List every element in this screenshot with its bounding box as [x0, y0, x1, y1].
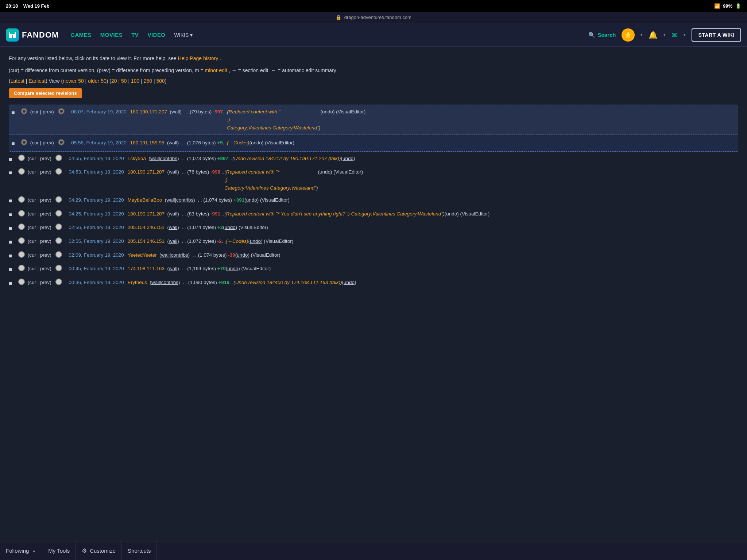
- radio-button-2[interactable]: [55, 279, 62, 285]
- radio-button[interactable]: [18, 223, 25, 230]
- mail-icon[interactable]: ✉: [671, 31, 678, 39]
- user-link[interactable]: MaybeBellaBoo: [128, 197, 162, 203]
- prev-link[interactable]: prev: [40, 211, 50, 217]
- radio-button-2[interactable]: [58, 108, 65, 114]
- undo-link[interactable]: undo: [251, 139, 262, 147]
- wall-link[interactable]: wall: [171, 108, 180, 116]
- ve-link[interactable]: VisualEditor: [338, 109, 364, 114]
- cur-link[interactable]: cur: [29, 266, 36, 271]
- cur-link[interactable]: cur: [29, 169, 36, 175]
- user-link[interactable]: 205.154.246.151: [128, 238, 165, 244]
- user-link[interactable]: 180.190.171.207: [128, 169, 165, 175]
- cur-link[interactable]: cur: [29, 280, 36, 285]
- radio-button[interactable]: [18, 251, 25, 258]
- wall-link[interactable]: wall: [169, 223, 177, 232]
- user-link[interactable]: 180.190.171.207: [128, 211, 165, 217]
- timestamp-link[interactable]: 02:09, February 19, 2020: [69, 252, 124, 258]
- prev-link[interactable]: prev: [43, 140, 52, 145]
- radio-button-2[interactable]: [55, 237, 62, 244]
- radio-button-2[interactable]: [55, 265, 62, 271]
- prev-link[interactable]: prev: [40, 280, 50, 285]
- ve-link[interactable]: VisualEditor: [335, 169, 361, 175]
- user-link[interactable]: 174.108.111.163: [128, 266, 165, 271]
- view500-link[interactable]: 500: [156, 78, 165, 84]
- radio-button[interactable]: [18, 155, 25, 161]
- fandom-logo[interactable]: FANDOM: [6, 28, 59, 42]
- timestamp-link[interactable]: 04:53, February 19, 2020: [69, 169, 124, 175]
- nav-tv[interactable]: TV: [131, 32, 139, 38]
- user-link[interactable]: 180.191.159.95: [130, 140, 165, 145]
- radio-button-2[interactable]: [55, 251, 62, 258]
- user-link[interactable]: 180.190.171.207: [130, 109, 167, 114]
- timestamp-link[interactable]: 02:55, February 19, 2020: [69, 238, 124, 244]
- prev-link[interactable]: prev: [40, 266, 50, 271]
- wall-link[interactable]: wall: [151, 279, 160, 287]
- cur-link[interactable]: cur: [32, 109, 39, 114]
- prev-link[interactable]: prev: [40, 238, 50, 244]
- radio-button-2[interactable]: [55, 168, 62, 175]
- cur-link[interactable]: cur: [29, 238, 36, 244]
- radio-button[interactable]: [18, 279, 25, 285]
- nav-games[interactable]: GAMES: [70, 32, 92, 38]
- user-link[interactable]: Lcky5oa: [128, 156, 146, 161]
- prev-link[interactable]: prev: [40, 252, 50, 258]
- cur-link[interactable]: cur: [32, 140, 39, 145]
- earliest-link[interactable]: Earliest: [28, 78, 46, 84]
- contribs-link[interactable]: contribs: [160, 155, 177, 163]
- prev-link[interactable]: prev: [43, 109, 52, 114]
- view50-link[interactable]: 50: [121, 78, 127, 84]
- ve-link[interactable]: VisualEditor: [462, 211, 488, 217]
- radio-button-2[interactable]: [58, 139, 65, 145]
- undo-link[interactable]: undo: [344, 279, 355, 287]
- view20-link[interactable]: 20: [111, 78, 117, 84]
- timestamp-link[interactable]: 04:25, February 19, 2020: [69, 211, 124, 217]
- undo-link[interactable]: undo: [246, 196, 257, 204]
- url-bar[interactable]: 🔒 dragon-adventures.fandom.com: [0, 12, 747, 23]
- wall-link[interactable]: wall: [150, 155, 159, 163]
- wall-link[interactable]: wall: [169, 210, 177, 218]
- radio-button-2[interactable]: [55, 155, 62, 161]
- ve-link[interactable]: VisualEditor: [267, 140, 293, 145]
- prev-link[interactable]: prev: [40, 169, 50, 175]
- undo-link[interactable]: undo: [320, 168, 330, 176]
- nav-movies[interactable]: MOVIES: [100, 32, 123, 38]
- radio-button[interactable]: [18, 265, 25, 271]
- undo-link[interactable]: undo: [237, 251, 248, 259]
- wall-link[interactable]: wall: [169, 139, 177, 147]
- undo-link[interactable]: undo: [342, 155, 353, 163]
- wall-link[interactable]: wall: [161, 251, 170, 259]
- radio-button[interactable]: [18, 237, 25, 244]
- timestamp-link[interactable]: 00:36, February 19, 2020: [69, 280, 124, 285]
- undo-link[interactable]: undo: [225, 223, 236, 232]
- radio-button-2[interactable]: [55, 210, 62, 217]
- cur-link[interactable]: cur: [29, 197, 36, 203]
- prev-link[interactable]: prev: [40, 156, 50, 161]
- radio-button-2[interactable]: [55, 223, 62, 230]
- ve-link[interactable]: VisualEditor: [252, 252, 279, 258]
- user-link[interactable]: YeetedYeeter: [128, 252, 157, 258]
- undo-link[interactable]: undo: [446, 210, 457, 218]
- ve-link[interactable]: VisualEditor: [266, 238, 292, 244]
- nav-video[interactable]: VIDEO: [147, 32, 165, 38]
- radio-button[interactable]: [18, 196, 25, 203]
- help-page-history-link[interactable]: Help:Page history: [178, 55, 218, 61]
- avatar[interactable]: 🌟: [622, 28, 635, 42]
- wall-link[interactable]: wall: [169, 168, 177, 176]
- ve-link[interactable]: VisualEditor: [262, 197, 288, 203]
- cur-link[interactable]: cur: [29, 252, 36, 258]
- timestamp-link[interactable]: 04:55, February 19, 2020: [69, 156, 124, 161]
- radio-button[interactable]: [18, 168, 25, 175]
- prev-link[interactable]: prev: [40, 225, 50, 230]
- older50-link[interactable]: older 50: [88, 78, 107, 84]
- undo-link[interactable]: undo: [227, 265, 238, 273]
- prev-link[interactable]: prev: [40, 197, 50, 203]
- ve-link[interactable]: VisualEditor: [243, 266, 269, 271]
- timestamp-link[interactable]: 02:56, February 19, 2020: [69, 225, 124, 230]
- contribs-link[interactable]: contribs: [171, 251, 188, 259]
- search-button[interactable]: 🔍 Search: [588, 32, 616, 38]
- minor-edit-link[interactable]: minor edit: [205, 67, 227, 73]
- undo-link[interactable]: undo: [250, 237, 261, 245]
- timestamp-link[interactable]: 00:45, February 19, 2020: [69, 266, 124, 271]
- ve-link[interactable]: VisualEditor: [240, 225, 267, 230]
- bell-icon[interactable]: 🔔: [649, 31, 658, 39]
